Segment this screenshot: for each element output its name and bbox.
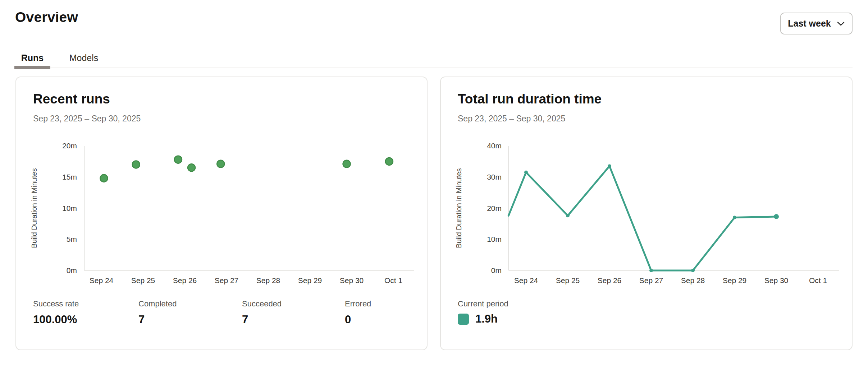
legend-label: Current period bbox=[458, 299, 508, 309]
y-tick-label: 0m bbox=[67, 266, 77, 274]
y-tick-label: 40m bbox=[487, 142, 502, 150]
x-tick-label: Sep 26 bbox=[598, 276, 622, 284]
legend-value: 1.9h bbox=[475, 312, 498, 325]
tab-models[interactable]: Models bbox=[68, 49, 100, 67]
x-tick-label: Sep 28 bbox=[681, 276, 705, 284]
recent-runs-card: Recent runs Sep 23, 2025 – Sep 30, 2025 … bbox=[15, 77, 428, 350]
line-end-point bbox=[774, 214, 779, 219]
stat-succeeded: Succeeded 7 bbox=[242, 299, 282, 326]
data-point[interactable] bbox=[132, 161, 140, 168]
stat-label: Completed bbox=[138, 299, 177, 309]
line-vertex bbox=[608, 164, 611, 168]
data-point[interactable] bbox=[217, 160, 224, 168]
y-axis-title: Build Duration in Minutes bbox=[455, 168, 463, 248]
y-tick-label: 15m bbox=[62, 173, 77, 181]
y-tick-label: 20m bbox=[487, 204, 502, 212]
x-tick-label: Sep 25 bbox=[556, 276, 580, 284]
legend-color-swatch bbox=[458, 314, 469, 325]
active-tab-indicator bbox=[14, 66, 50, 69]
period-dropdown-value: Last week bbox=[788, 18, 831, 29]
total-run-duration-card: Total run duration time Sep 23, 2025 – S… bbox=[440, 77, 853, 350]
line-vertex bbox=[691, 269, 695, 272]
chevron-down-icon bbox=[837, 21, 845, 26]
line-vertex bbox=[649, 269, 653, 272]
stat-label: Success rate bbox=[33, 299, 79, 309]
x-tick-label: Sep 30 bbox=[340, 276, 364, 284]
y-tick-label: 5m bbox=[67, 235, 77, 243]
line-vertex bbox=[566, 214, 570, 217]
y-axis-title: Build Duration in Minutes bbox=[30, 168, 38, 248]
x-tick-label: Sep 29 bbox=[723, 276, 747, 284]
stat-value: 7 bbox=[138, 313, 177, 326]
data-point[interactable] bbox=[188, 164, 195, 171]
y-tick-label: 10m bbox=[62, 204, 77, 212]
tabbar: Runs Models bbox=[14, 49, 853, 68]
data-point[interactable] bbox=[343, 160, 351, 168]
stat-label: Errored bbox=[345, 299, 371, 309]
page-title: Overview bbox=[15, 9, 78, 25]
x-tick-label: Oct 1 bbox=[809, 276, 827, 284]
stat-value: 100.00% bbox=[33, 313, 79, 326]
x-tick-label: Sep 30 bbox=[764, 276, 789, 284]
y-tick-label: 20m bbox=[62, 142, 77, 150]
line-vertex bbox=[733, 216, 736, 219]
y-tick-label: 0m bbox=[491, 266, 502, 274]
x-tick-label: Oct 1 bbox=[384, 276, 402, 284]
stat-value: 0 bbox=[345, 313, 371, 326]
stat-value: 7 bbox=[242, 313, 282, 326]
legend-row: 1.9h bbox=[458, 312, 498, 325]
x-tick-label: Sep 27 bbox=[215, 276, 239, 284]
tab-runs[interactable]: Runs bbox=[14, 49, 50, 67]
period-dropdown[interactable]: Last week bbox=[780, 13, 853, 34]
x-tick-label: Sep 26 bbox=[173, 276, 197, 284]
stat-completed: Completed 7 bbox=[138, 299, 177, 326]
data-point[interactable] bbox=[174, 156, 182, 163]
total-duration-line-chart: 0m10m20m30m40mSep 24Sep 25Sep 26Sep 27Se… bbox=[441, 77, 851, 349]
y-tick-label: 30m bbox=[487, 173, 502, 181]
line-vertex bbox=[524, 171, 528, 174]
x-tick-label: Sep 24 bbox=[90, 276, 114, 284]
stat-errored: Errored 0 bbox=[345, 299, 371, 326]
data-point[interactable] bbox=[100, 175, 108, 182]
x-tick-label: Sep 29 bbox=[298, 276, 322, 284]
data-point[interactable] bbox=[385, 158, 393, 165]
x-tick-label: Sep 28 bbox=[256, 276, 280, 284]
stat-success-rate: Success rate 100.00% bbox=[33, 299, 79, 326]
y-tick-label: 10m bbox=[487, 235, 502, 243]
x-tick-label: Sep 27 bbox=[639, 276, 663, 284]
x-tick-label: Sep 25 bbox=[131, 276, 155, 284]
x-tick-label: Sep 24 bbox=[514, 276, 538, 284]
stat-label: Succeeded bbox=[242, 299, 282, 309]
